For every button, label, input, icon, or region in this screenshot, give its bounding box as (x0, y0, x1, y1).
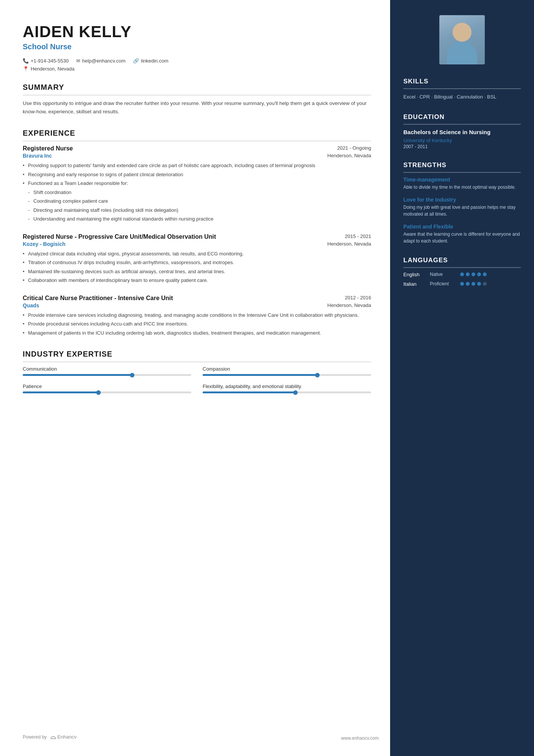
expertise-item-1: Communication (23, 366, 191, 376)
dot-1-3 (472, 272, 475, 276)
link-icon: 🔗 (133, 58, 139, 64)
strength-desc-3: Aware that the learning curve is differe… (403, 231, 521, 244)
education-title: EDUCATION (403, 113, 521, 125)
right-column: SKILLS Excel · CPR · Bilingual · Cannula… (390, 0, 534, 756)
summary-title: SUMMARY (23, 83, 371, 95)
strength-desc-2: Doing my job with great love and passion… (403, 204, 521, 218)
dot-1-4 (477, 272, 481, 276)
experience-title: EXPERIENCE (23, 129, 371, 141)
strength-name-3: Patient and Flexible (403, 224, 521, 230)
footer-website: www.enhancv.com (341, 736, 379, 741)
experience-item-3: Critical Care Nurse Practitioner - Inten… (23, 295, 371, 337)
profile-photo-container (439, 15, 485, 64)
expertise-grid: Communication Compassion Patience (23, 366, 371, 393)
dot-2-3 (472, 282, 475, 286)
job-dates-3: 2012 - 2016 (345, 295, 371, 301)
lang-level-2: Proficient (430, 281, 460, 286)
progress-fill-1 (23, 374, 132, 376)
progress-fill-4 (203, 391, 295, 393)
languages-title: LANGUAGES (403, 257, 521, 268)
strength-item-1: Time-management Able to divide my time i… (403, 177, 521, 191)
sub-bullet-1-1: Shift coordination (23, 189, 371, 196)
sub-bullet-1-3: Directing and maintaining staff roles (i… (23, 207, 371, 214)
contact-row: 📞 +1-914-345-5530 ✉ help@enhancv.com 🔗 l… (23, 58, 371, 64)
job-dates-1: 2021 - Ongoing (337, 145, 371, 151)
expertise-label-3: Patience (23, 383, 191, 389)
enhancv-symbol: ⌓ (50, 733, 56, 741)
expertise-item-4: Flexibility, adaptability, and emotional… (203, 383, 371, 393)
location-icon: 📍 (23, 66, 29, 72)
linkedin-item: 🔗 linkedin.com (133, 58, 168, 64)
company-1: Bravura Inc (23, 153, 52, 159)
phone-text: +1-914-345-5530 (31, 58, 69, 64)
summary-section: SUMMARY Use this opportunity to intrigue… (23, 83, 371, 116)
bullet-1-3: Functioned as a Team Leader responsible … (23, 180, 371, 187)
footer: Powered by ⌓ Enhancv (23, 733, 390, 741)
location-item: 📍 Henderson, Nevada (23, 66, 371, 72)
job-title-2: Registered Nurse - Progressive Care Unit… (23, 233, 216, 240)
lang-name-1: English (403, 272, 430, 277)
edu-years: 2007 - 2011 (403, 144, 521, 149)
strengths-title: STRENGTHS (403, 161, 521, 173)
edu-degree: Bachelors of Science in Nursing (403, 128, 521, 136)
email-item: ✉ help@enhancv.com (76, 58, 125, 64)
sub-bullet-1-2: Coordinating complex patient care (23, 197, 371, 205)
enhancv-logo: ⌓ Enhancv (50, 733, 77, 741)
lang-level-1: Native (430, 272, 460, 277)
job-title-3: Critical Care Nurse Practitioner - Inten… (23, 295, 173, 302)
strength-item-2: Love for the Industry Doing my job with … (403, 197, 521, 218)
bullet-2-3: Maintained life-sustaining devices such … (23, 268, 371, 275)
lang-dots-2 (460, 282, 487, 286)
phone-item: 📞 +1-914-345-5530 (23, 58, 69, 64)
expertise-item-2: Compassion (203, 366, 371, 376)
dot-1-5 (483, 272, 487, 276)
education-section: EDUCATION Bachelors of Science in Nursin… (403, 113, 521, 149)
location-3: Henderson, Nevada (327, 302, 371, 308)
dot-2-2 (466, 282, 470, 286)
experience-item-1: Registered Nurse 2021 - Ongoing Bravura … (23, 145, 371, 223)
bullets-3: Provide intensive care services includin… (23, 311, 371, 337)
strengths-section: STRENGTHS Time-management Able to divide… (403, 161, 521, 244)
strength-desc-1: Able to divide my time in the most optim… (403, 184, 521, 191)
bullet-3-2: Provide procedural services including Ac… (23, 320, 371, 328)
lang-name-2: Italian (403, 281, 430, 287)
dot-1-2 (466, 272, 470, 276)
dot-2-5 (483, 282, 487, 286)
progress-bg-2 (203, 374, 371, 376)
bullet-1-1: Providing support to patients' family an… (23, 162, 371, 169)
expertise-title: INDUSTRY EXPERTISE (23, 350, 371, 362)
bullet-3-1: Provide intensive care services includin… (23, 311, 371, 319)
bullet-3-3: Management of patients in the ICU includ… (23, 329, 371, 337)
bullets-2: Analyzed clinical data including vital s… (23, 250, 371, 284)
location-2: Henderson, Nevada (327, 241, 371, 247)
experience-section: EXPERIENCE Registered Nurse 2021 - Ongoi… (23, 129, 371, 337)
email-icon: ✉ (76, 58, 80, 64)
strength-item-3: Patient and Flexible Aware that the lear… (403, 224, 521, 244)
resume-header: AIDEN KELLY School Nurse 📞 +1-914-345-55… (23, 23, 371, 72)
lang-item-2: Italian Proficient (403, 281, 521, 287)
candidate-title: School Nurse (23, 42, 371, 51)
linkedin-text: linkedin.com (141, 58, 168, 64)
summary-text: Use this opportunity to intrigue and dra… (23, 99, 371, 116)
candidate-name: AIDEN KELLY (23, 23, 371, 41)
brand-name: Enhancv (57, 734, 77, 740)
job-dates-2: 2015 - 2021 (345, 233, 371, 239)
powered-by-text: Powered by (23, 734, 47, 740)
expertise-section: INDUSTRY EXPERTISE Communication Compass… (23, 350, 371, 393)
skills-section: SKILLS Excel · CPR · Bilingual · Cannula… (403, 78, 521, 101)
progress-bg-1 (23, 374, 191, 376)
dot-2-4 (477, 282, 481, 286)
strength-name-1: Time-management (403, 177, 521, 183)
experience-item-2: Registered Nurse - Progressive Care Unit… (23, 233, 371, 284)
bullet-2-1: Analyzed clinical data including vital s… (23, 250, 371, 258)
edu-school: University of Kentucky (403, 138, 521, 143)
skills-title: SKILLS (403, 78, 521, 89)
location-text: Henderson, Nevada (31, 66, 75, 72)
bullets-1: Providing support to patients' family an… (23, 162, 371, 223)
phone-icon: 📞 (23, 58, 29, 64)
progress-bg-4 (203, 391, 371, 393)
languages-section: LANGUAGES English Native Italian Profici… (403, 257, 521, 287)
expertise-label-2: Compassion (203, 366, 371, 372)
progress-fill-2 (203, 374, 317, 376)
email-text: help@enhancv.com (82, 58, 125, 64)
